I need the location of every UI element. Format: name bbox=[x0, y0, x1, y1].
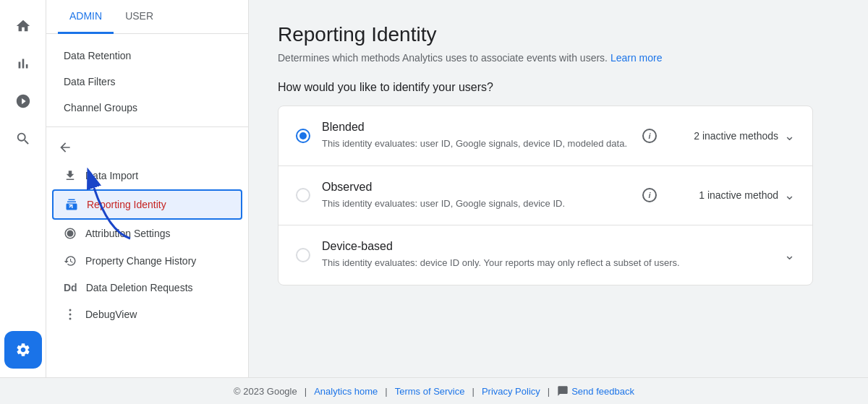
sidebar-item-label: Reporting Identity bbox=[87, 199, 166, 210]
footer-separator-1: | bbox=[305, 386, 307, 397]
footer-analytics-home-link[interactable]: Analytics home bbox=[314, 386, 378, 397]
option-right-blended: i 2 inactive methods ⌄ bbox=[642, 128, 795, 144]
sidebar-item-label: DebugView bbox=[85, 309, 137, 320]
option-observed[interactable]: Observed This identity evaluates: user I… bbox=[278, 166, 812, 226]
radio-device-based[interactable] bbox=[296, 248, 310, 262]
info-icon-observed[interactable]: i bbox=[642, 188, 657, 202]
sidebar-item-channel-groups[interactable]: Channel Groups bbox=[46, 95, 248, 121]
sidebar-item-label: Attribution Settings bbox=[85, 228, 171, 239]
sidebar-item-label: Data Retention bbox=[64, 50, 131, 61]
option-content-observed: Observed This identity evaluates: user I… bbox=[322, 181, 631, 211]
option-desc-observed: This identity evaluates: user ID, Google… bbox=[322, 197, 631, 211]
inactive-label-blended: 2 inactive methods bbox=[663, 130, 778, 142]
option-title-observed: Observed bbox=[322, 181, 631, 194]
feedback-icon bbox=[557, 385, 569, 397]
footer-separator-2: | bbox=[385, 386, 387, 397]
footer-separator-4: | bbox=[548, 386, 550, 397]
settings-icon[interactable] bbox=[4, 331, 42, 369]
footer-separator-3: | bbox=[472, 386, 474, 397]
sidebar-item-reporting-identity[interactable]: Reporting Identity bbox=[52, 189, 242, 220]
home-icon[interactable] bbox=[6, 9, 41, 43]
option-title-blended: Blended bbox=[322, 121, 631, 134]
option-title-device-based: Device-based bbox=[322, 240, 773, 253]
radio-button-device-based[interactable] bbox=[296, 248, 310, 262]
option-desc-blended: This identity evaluates: user ID, Google… bbox=[322, 137, 631, 151]
radio-button-observed[interactable] bbox=[296, 188, 310, 202]
sidebar-item-label: Data Filters bbox=[64, 76, 116, 87]
tab-admin[interactable]: ADMIN bbox=[58, 0, 114, 34]
sidebar-menu: Data Retention Data Filters Channel Grou… bbox=[46, 34, 248, 337]
option-right-device-based: ⌄ bbox=[784, 247, 795, 263]
admin-user-tabs: ADMIN USER bbox=[46, 0, 248, 34]
tab-user[interactable]: USER bbox=[114, 0, 165, 34]
sidebar-item-debugview[interactable]: DebugView bbox=[46, 301, 248, 328]
page-description: Determines which methods Analytics uses … bbox=[278, 52, 839, 64]
learn-more-link[interactable]: Learn more bbox=[610, 52, 663, 64]
inactive-label-observed: 1 inactive method bbox=[663, 189, 778, 201]
svg-point-2 bbox=[69, 318, 72, 320]
option-content-device-based: Device-based This identity evaluates: de… bbox=[322, 240, 773, 270]
footer-privacy-link[interactable]: Privacy Policy bbox=[482, 386, 540, 397]
sidebar-item-label: Data Deletion Requests bbox=[86, 282, 193, 293]
sidebar-divider bbox=[46, 126, 248, 127]
sidebar-item-data-import[interactable]: Data Import bbox=[46, 162, 248, 189]
option-blended[interactable]: Blended This identity evaluates: user ID… bbox=[278, 106, 812, 166]
identity-options-card: Blended This identity evaluates: user ID… bbox=[278, 106, 813, 285]
info-icon-blended[interactable]: i bbox=[642, 129, 657, 143]
search-ads-icon[interactable] bbox=[6, 121, 41, 156]
option-content-blended: Blended This identity evaluates: user ID… bbox=[322, 121, 631, 151]
radio-blended[interactable] bbox=[296, 129, 310, 143]
footer-terms-link[interactable]: Terms of Service bbox=[395, 386, 465, 397]
option-desc-device-based: This identity evaluates: device ID only.… bbox=[322, 256, 773, 270]
footer: © 2023 Google | Analytics home | Terms o… bbox=[0, 377, 868, 404]
page-title: Reporting Identity bbox=[278, 23, 839, 46]
footer-copyright: © 2023 Google bbox=[234, 386, 297, 397]
option-right-observed: i 1 inactive method ⌄ bbox=[642, 187, 795, 203]
option-device-based[interactable]: Device-based This identity evaluates: de… bbox=[278, 225, 812, 285]
sidebar: ADMIN USER Data Retention Data Filters C… bbox=[46, 0, 249, 377]
bar-chart-icon[interactable] bbox=[6, 46, 41, 81]
sidebar-item-label: Data Import bbox=[85, 170, 138, 181]
icon-navigation bbox=[0, 0, 46, 377]
svg-point-1 bbox=[69, 314, 72, 316]
sidebar-item-property-change-history[interactable]: Property Change History bbox=[46, 247, 248, 275]
sidebar-item-data-deletion-requests[interactable]: Dd Data Deletion Requests bbox=[46, 275, 248, 301]
activity-icon[interactable] bbox=[6, 84, 41, 119]
chevron-down-icon-observed[interactable]: ⌄ bbox=[784, 187, 795, 203]
chevron-down-icon-device-based[interactable]: ⌄ bbox=[784, 247, 795, 263]
back-button[interactable] bbox=[46, 133, 248, 162]
section-question: How would you like to identify your user… bbox=[278, 81, 839, 94]
main-content: Reporting Identity Determines which meth… bbox=[249, 0, 868, 377]
radio-observed[interactable] bbox=[296, 188, 310, 202]
footer-feedback-link[interactable]: Send feedback bbox=[571, 386, 634, 397]
radio-button-blended[interactable] bbox=[296, 129, 310, 143]
sidebar-item-label: Channel Groups bbox=[64, 102, 137, 113]
sidebar-item-label: Property Change History bbox=[85, 255, 196, 267]
sidebar-item-attribution-settings[interactable]: Attribution Settings bbox=[46, 220, 248, 247]
sidebar-item-data-filters[interactable]: Data Filters bbox=[46, 69, 248, 95]
svg-point-0 bbox=[69, 309, 72, 311]
sidebar-item-data-retention[interactable]: Data Retention bbox=[46, 43, 248, 69]
chevron-down-icon-blended[interactable]: ⌄ bbox=[784, 128, 795, 144]
